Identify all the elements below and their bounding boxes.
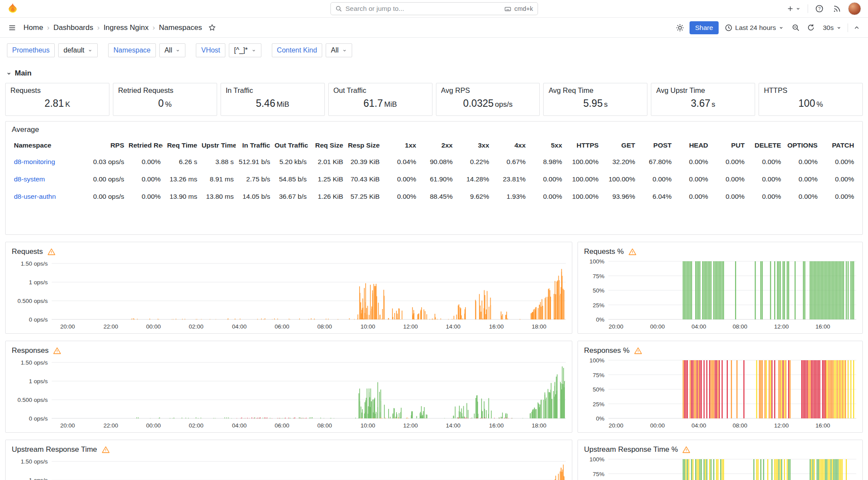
chevron-down-icon xyxy=(779,25,784,30)
panel-title[interactable]: Requests xyxy=(12,247,43,256)
variable-value-namespace[interactable]: All xyxy=(159,43,186,57)
stat-value: 0% xyxy=(113,98,217,109)
column-header-head[interactable]: HEAD xyxy=(674,138,710,153)
y-axis-label: 0% xyxy=(596,316,604,323)
search-input[interactable] xyxy=(346,5,501,13)
chart-body: 1.50 ops/s1 ops/s0.500 ops/s0 ops/s20:00… xyxy=(12,259,566,331)
collapse-toolbar-button[interactable] xyxy=(851,23,862,33)
column-header-req-size[interactable]: Req Size xyxy=(309,138,345,153)
column-header-upstr-time[interactable]: Upstr Time xyxy=(199,138,236,153)
panel-title[interactable]: Upstream Response Time xyxy=(12,445,97,454)
column-header-options[interactable]: OPTIONS xyxy=(783,138,820,153)
chart-plot[interactable] xyxy=(608,259,856,321)
chart-plot[interactable] xyxy=(52,457,566,480)
x-axis-label: 04:00 xyxy=(692,422,706,429)
variable-value-content-kind[interactable]: All xyxy=(326,43,352,57)
mega-menu-button[interactable] xyxy=(6,22,18,34)
share-button[interactable]: Share xyxy=(690,21,719,34)
news-button[interactable] xyxy=(831,3,843,15)
chart-plot[interactable] xyxy=(52,259,566,321)
panel-warning-icon[interactable] xyxy=(102,446,110,454)
column-header-out-traffic[interactable]: Out Traffic xyxy=(272,138,309,153)
y-axis: 100%75%50%25%0% xyxy=(584,358,608,420)
column-header-retried-requests[interactable]: Retried Requests xyxy=(126,138,163,153)
namespace-link[interactable]: d8-system xyxy=(14,175,45,183)
chart-plot[interactable] xyxy=(608,358,856,420)
refresh-button[interactable] xyxy=(805,22,817,33)
search-bar[interactable]: cmd+k xyxy=(330,2,538,15)
stat-panel-retried-requests: Retried Requests 0% xyxy=(113,83,217,116)
column-header-post[interactable]: POST xyxy=(637,138,674,153)
panel-title[interactable]: Responses % xyxy=(584,346,630,355)
y-axis-label: 0 ops/s xyxy=(29,415,48,422)
column-header-3xx[interactable]: 3xx xyxy=(455,138,491,153)
chevron-down-icon xyxy=(175,48,180,53)
breadcrumb-home[interactable]: Home xyxy=(23,23,43,32)
favorite-star-button[interactable] xyxy=(206,22,218,33)
y-axis-label: 1.50 ops/s xyxy=(21,359,48,366)
column-header-1xx[interactable]: 1xx xyxy=(382,138,418,153)
panel-title[interactable]: Upstream Response Time % xyxy=(584,445,678,454)
column-header-namespace[interactable]: Namespace xyxy=(12,138,90,153)
variable-label-datasource[interactable]: Prometheus xyxy=(7,43,55,57)
dashboard-settings-button[interactable] xyxy=(674,22,686,34)
add-new-button[interactable] xyxy=(785,3,802,14)
stat-title: Avg RPS xyxy=(441,86,535,95)
stat-value: 0.0325ops/s xyxy=(436,98,540,109)
panel-warning-icon[interactable] xyxy=(634,347,642,355)
column-header-resp-size[interactable]: Resp Size xyxy=(345,138,382,153)
column-header-req-time[interactable]: Req Time xyxy=(163,138,199,153)
zoom-out-button[interactable] xyxy=(790,22,802,33)
y-axis-label: 100% xyxy=(589,456,604,463)
divider xyxy=(848,23,848,32)
namespace-link[interactable]: d8-monitoring xyxy=(14,158,55,165)
y-axis-label: 0.500 ops/s xyxy=(17,298,48,304)
column-header-4xx[interactable]: 4xx xyxy=(492,138,528,153)
table-cell: 0.00% xyxy=(747,153,783,171)
column-header-patch[interactable]: PATCH xyxy=(820,138,856,153)
panel-warning-icon[interactable] xyxy=(682,446,690,454)
column-header-5xx[interactable]: 5xx xyxy=(528,138,564,153)
variable-label-namespace[interactable]: Namespace xyxy=(108,43,155,57)
table-cell: 100.00% xyxy=(601,171,637,188)
column-header-rps[interactable]: RPS xyxy=(90,138,126,153)
chart-plot[interactable] xyxy=(52,358,566,420)
time-range-label: Last 24 hours xyxy=(735,24,776,32)
breadcrumb: Home › Dashboards › Ingress Nginx › Name… xyxy=(23,23,202,32)
refresh-interval-picker[interactable]: 30s xyxy=(820,22,844,33)
panel-warning-icon[interactable] xyxy=(53,347,61,355)
variable-label-vhost[interactable]: VHost xyxy=(196,43,225,57)
column-header-https[interactable]: HTTPS xyxy=(564,138,601,153)
column-header-in-traffic[interactable]: In Traffic xyxy=(236,138,272,153)
panel-title[interactable]: Average xyxy=(12,125,39,134)
y-axis-label: 50% xyxy=(593,287,604,294)
user-avatar[interactable] xyxy=(848,2,861,15)
panel-average-table: Average NamespaceRPSRetried RequestsReq … xyxy=(5,121,863,235)
breadcrumb-dashboards[interactable]: Dashboards xyxy=(53,23,93,32)
column-header-2xx[interactable]: 2xx xyxy=(418,138,455,153)
panel-warning-icon[interactable] xyxy=(47,248,56,256)
variable-value-label: All xyxy=(331,46,339,54)
variable-value-datasource[interactable]: default xyxy=(58,43,98,57)
time-range-picker[interactable]: Last 24 hours xyxy=(722,22,786,33)
variable-value-vhost[interactable]: [^_]* xyxy=(229,43,261,57)
column-header-put[interactable]: PUT xyxy=(710,138,747,153)
x-axis: 20:0000:0004:0008:0012:0016:00 xyxy=(608,420,856,430)
panel-title[interactable]: Requests % xyxy=(584,247,624,256)
breadcrumb-folder[interactable]: Ingress Nginx xyxy=(103,23,149,32)
x-axis: 20:0000:0004:0008:0012:0016:00 xyxy=(608,321,856,331)
panel-warning-icon[interactable] xyxy=(628,248,637,256)
column-header-delete[interactable]: DELETE xyxy=(747,138,783,153)
variable-label-content-kind[interactable]: Content Kind xyxy=(272,43,323,57)
chart-plot[interactable] xyxy=(608,457,856,480)
section-main[interactable]: Main xyxy=(0,63,868,83)
table-cell: 0.00% xyxy=(528,188,564,205)
column-header-get[interactable]: GET xyxy=(601,138,637,153)
panel-title[interactable]: Responses xyxy=(12,346,49,355)
namespace-link[interactable]: d8-user-authn xyxy=(14,193,56,200)
grafana-logo[interactable] xyxy=(7,3,18,15)
chevron-down-icon xyxy=(6,71,12,76)
help-button[interactable]: ? xyxy=(813,3,825,15)
y-axis-label: 1 ops/s xyxy=(29,279,48,286)
table-cell: 13.80 ms xyxy=(199,188,236,205)
